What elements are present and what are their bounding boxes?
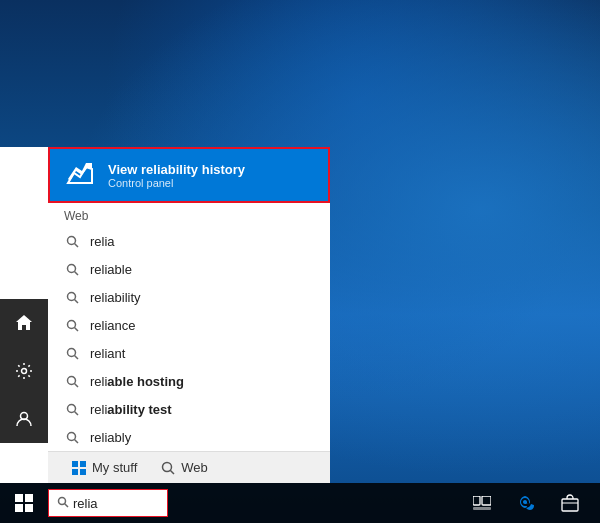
svg-rect-24 [80,469,86,475]
web-tab-label: Web [181,460,208,475]
windows-icon [72,461,86,475]
svg-rect-30 [25,504,33,512]
top-result-subtitle: Control panel [108,177,245,189]
sidebar-home-icon[interactable] [0,299,48,347]
bottom-search-bar: My stuff Web [48,451,330,483]
start-button[interactable] [0,483,48,523]
svg-line-18 [74,411,78,415]
svg-line-14 [74,355,78,359]
search-icon-1 [64,261,80,277]
svg-line-6 [74,243,78,247]
store-button[interactable] [550,483,590,523]
result-text-7: reliably [90,430,131,445]
search-icon-4 [64,345,80,361]
svg-rect-28 [25,494,33,502]
result-text-0: relia [90,234,115,249]
web-search-icon [161,461,175,475]
search-icon-6 [64,401,80,417]
result-text-1: reliable [90,262,132,277]
taskbar-search-box[interactable]: relia [48,489,168,517]
svg-line-26 [170,470,174,474]
start-menu: View reliability history Control panel W… [0,147,330,483]
search-icon-5 [64,373,80,389]
svg-point-13 [67,348,75,356]
svg-point-17 [67,404,75,412]
desktop: View reliability history Control panel W… [0,0,600,523]
svg-rect-36 [562,499,578,511]
svg-rect-35 [473,507,491,510]
search-icon-7 [64,429,80,445]
taskbar-search-value: relia [73,496,98,511]
svg-line-8 [74,271,78,275]
svg-rect-33 [473,496,480,505]
my-stuff-label: My stuff [92,460,137,475]
web-section-label: Web [48,203,330,227]
top-result-text: View reliability history Control panel [108,162,245,189]
result-reliable[interactable]: reliable [48,255,330,283]
result-reliant[interactable]: reliant [48,339,330,367]
svg-point-19 [67,432,75,440]
svg-rect-23 [72,469,78,475]
result-reliability-test[interactable]: reliability test [48,395,330,423]
result-reliable-hosting[interactable]: reliable hosting [48,367,330,395]
svg-point-9 [67,292,75,300]
sidebar-user-icon[interactable] [0,395,48,443]
taskbar-right-icons [462,483,600,523]
sidebar-settings-icon[interactable] [0,347,48,395]
svg-line-10 [74,299,78,303]
web-tab[interactable]: Web [149,456,220,479]
svg-point-25 [163,462,172,471]
search-icon-3 [64,317,80,333]
svg-point-31 [59,497,66,504]
my-stuff-tab[interactable]: My stuff [60,456,149,479]
svg-line-20 [74,439,78,443]
task-view-button[interactable] [462,483,502,523]
result-reliance[interactable]: reliance [48,311,330,339]
search-icon-0 [64,233,80,249]
reliability-icon [62,157,98,193]
svg-point-7 [67,264,75,272]
top-result-item[interactable]: View reliability history Control panel [48,147,330,203]
svg-line-32 [65,503,69,507]
svg-point-15 [67,376,75,384]
svg-point-11 [67,320,75,328]
result-reliability[interactable]: reliability [48,283,330,311]
result-text-5: reliable hosting [90,374,184,389]
result-reliably[interactable]: reliably [48,423,330,451]
svg-rect-21 [72,461,78,467]
taskbar-search-icon [57,496,69,511]
result-text-2: reliability [90,290,141,305]
edge-browser-button[interactable] [506,483,546,523]
start-icon [15,494,33,512]
top-result-title: View reliability history [108,162,245,177]
result-text-4: reliant [90,346,125,361]
svg-line-16 [74,383,78,387]
result-text-3: reliance [90,318,136,333]
sidebar [0,299,48,443]
result-text-6: reliability test [90,402,172,417]
svg-line-12 [74,327,78,331]
svg-point-5 [67,236,75,244]
taskbar: relia [0,483,600,523]
search-results-area: Web relia reliable [48,203,330,451]
search-icon-2 [64,289,80,305]
result-relia[interactable]: relia [48,227,330,255]
svg-rect-34 [482,496,491,505]
svg-point-0 [22,369,27,374]
svg-rect-27 [15,494,23,502]
svg-rect-22 [80,461,86,467]
svg-rect-29 [15,504,23,512]
